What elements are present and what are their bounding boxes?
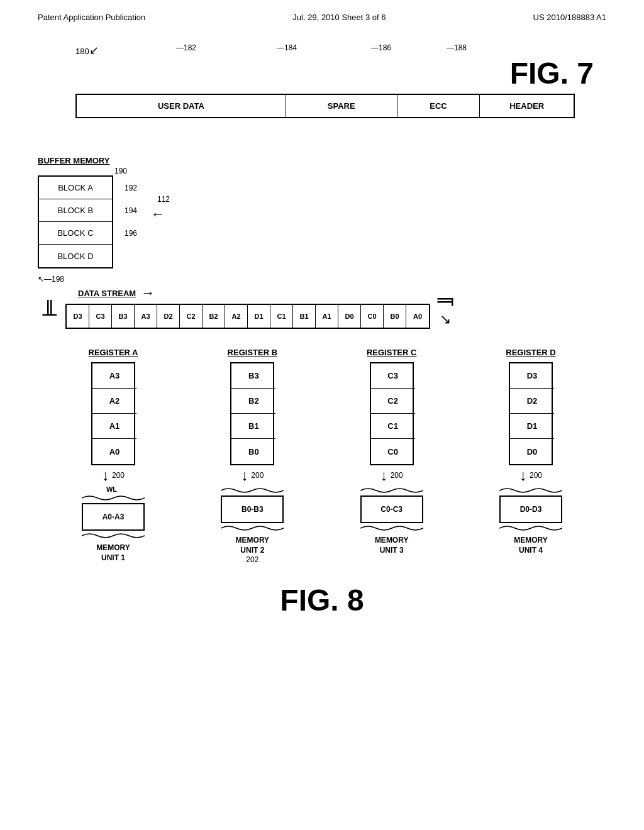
reg-cell-0-3: A0: [92, 439, 136, 464]
stream-cells: D3C3B3A3D2C2B2A2D1C1B1A1D0C0B0A0: [65, 304, 430, 329]
stream-cell: B1: [293, 305, 316, 328]
fig8-label: FIG. 8: [38, 583, 606, 617]
reg-cell-3-3: D0: [510, 439, 554, 464]
reg-cell-0-1: A2: [92, 389, 136, 414]
ref-196: 196: [125, 229, 137, 238]
reg-cell-3-1: D2: [510, 389, 554, 414]
header-right: US 2010/188883 A1: [533, 13, 606, 22]
ref-202: 202: [246, 555, 258, 564]
block-c: BLOCK C 196: [39, 222, 112, 245]
register-col-0: REGISTER AA3A2A1A0↓200WLA0-A3MEMORY UNIT…: [44, 348, 182, 564]
register-cells-0: A3A2A1A0: [91, 362, 135, 465]
stream-cell: A3: [135, 305, 157, 328]
reg-cell-3-0: D3: [510, 363, 554, 389]
block-b: BLOCK B 194: [39, 199, 112, 222]
reg-cell-2-2: C1: [371, 414, 415, 439]
arrow-200-3: ↓200: [519, 467, 542, 484]
header-bar: Patent Application Publication Jul. 29, …: [38, 13, 606, 25]
wavy-svg: [82, 493, 145, 503]
page: Patent Application Publication Jul. 29, …: [0, 0, 644, 830]
ref-182: —182: [176, 43, 196, 52]
ref-184: —184: [277, 43, 297, 52]
stream-cell: B0: [384, 305, 406, 328]
reg-cell-0-0: A3: [92, 363, 136, 389]
memory-data-2: C0-C3: [360, 495, 423, 523]
stream-cell: A1: [316, 305, 338, 328]
arrow-200-2: ↓200: [380, 467, 403, 484]
memory-data-3: D0-D3: [499, 495, 562, 523]
arrow-curve-down: ↘: [440, 311, 451, 328]
stream-cell: C3: [89, 305, 112, 328]
reg-cell-0-2: A1: [92, 414, 136, 439]
reg-cell-1-0: B3: [231, 363, 275, 389]
memory-label-0: MEMORY UNIT 1: [96, 543, 130, 563]
header-left: Patent Application Publication: [38, 13, 145, 22]
stream-cell: D0: [338, 305, 361, 328]
cell-user-data: USER DATA: [77, 95, 286, 117]
ref-192: 192: [125, 184, 137, 192]
data-stream-arrow: →: [141, 285, 155, 301]
ref-186: —186: [371, 43, 391, 52]
data-stream-label: DATA STREAM: [78, 289, 136, 298]
wavy-svg: [221, 523, 284, 533]
cell-ecc: ECC: [397, 95, 480, 117]
reg-cell-1-3: B0: [231, 439, 275, 464]
reg-cell-2-0: C3: [371, 363, 415, 389]
arrow-200-0: ↓200: [102, 467, 125, 484]
arrow-200-1: ↓200: [241, 467, 264, 484]
data-stream-section: ↖—198 ⫫ DATA STREAM → D3C3B3A3: [38, 275, 606, 329]
buffer-memory-label: BUFFER MEMORY: [38, 156, 113, 165]
fig7-label: FIG. 7: [510, 56, 594, 91]
ref-112: 112: [157, 195, 170, 204]
stream-cell: B2: [203, 305, 225, 328]
register-col-1: REGISTER BB3B2B1B0↓200B0-B3MEMORY UNIT 2…: [183, 348, 321, 564]
stream-cell: A0: [406, 305, 429, 328]
wavy-svg: [360, 523, 423, 533]
block-a: BLOCK A 192: [39, 177, 112, 199]
stream-cell: A2: [225, 305, 248, 328]
register-label-2: REGISTER C: [367, 348, 416, 357]
register-label-1: REGISTER B: [228, 348, 277, 357]
buffer-memory-section: BUFFER MEMORY 190 BLOCK A 192 BLOCK B 19…: [38, 156, 113, 268]
stream-cell: C2: [180, 305, 203, 328]
reg-cell-2-3: C0: [371, 439, 415, 464]
ref-190: 190: [114, 167, 127, 175]
memory-label-3: MEMORY UNIT 4: [514, 536, 548, 555]
stream-cell: D2: [157, 305, 180, 328]
wavy-svg: [499, 485, 562, 495]
memory-data-1: B0-B3: [221, 495, 284, 523]
cell-spare: SPARE: [286, 95, 397, 117]
register-col-3: REGISTER DD3D2D1D0↓200D0-D3MEMORY UNIT 4: [462, 348, 600, 564]
memory-data-0: A0-A3: [82, 503, 145, 531]
register-cells-3: D3D2D1D0: [509, 362, 553, 465]
register-label-0: REGISTER A: [89, 348, 138, 357]
memory-label-2: MEMORY UNIT 3: [375, 536, 409, 555]
reg-cell-3-2: D1: [510, 414, 554, 439]
arrow-112-section: 112 ←: [151, 206, 165, 223]
bracket-left: ⫫: [38, 294, 63, 319]
registers-section: REGISTER AA3A2A1A0↓200WLA0-A3MEMORY UNIT…: [38, 348, 606, 564]
ref-194: 194: [125, 206, 137, 215]
fig7-section: 180↙ —182 —184 —186 —188 USER DATA SPARE…: [38, 43, 606, 118]
stream-cell: C0: [361, 305, 384, 328]
register-cells-1: B3B2B1B0: [230, 362, 274, 465]
cell-header: HEADER: [480, 95, 574, 117]
register-label-3: REGISTER D: [506, 348, 555, 357]
reg-cell-1-1: B2: [231, 389, 275, 414]
fig7-struct-row: USER DATA SPARE ECC HEADER: [75, 94, 575, 118]
register-cells-2: C3C2C1C0: [370, 362, 414, 465]
wl-label: WL: [106, 485, 117, 493]
bracket-right: ⫬: [433, 286, 458, 311]
memory-label-1: MEMORY UNIT 2: [236, 536, 270, 555]
ref-198-label: ↖—198: [38, 275, 64, 284]
register-col-2: REGISTER CC3C2C1C0↓200C0-C3MEMORY UNIT 3: [323, 348, 461, 564]
stream-cell: B3: [112, 305, 135, 328]
stream-cell: D1: [248, 305, 270, 328]
reg-cell-2-1: C2: [371, 389, 415, 414]
stream-cell: D3: [67, 305, 89, 328]
header-center: Jul. 29, 2010 Sheet 3 of 6: [292, 13, 386, 22]
buffer-blocks: BLOCK A 192 BLOCK B 194 BLOCK C 196 BLOC…: [38, 175, 113, 268]
wavy-svg: [82, 531, 145, 541]
ref-188: —188: [447, 43, 467, 52]
ref-180: 180↙: [75, 43, 99, 57]
